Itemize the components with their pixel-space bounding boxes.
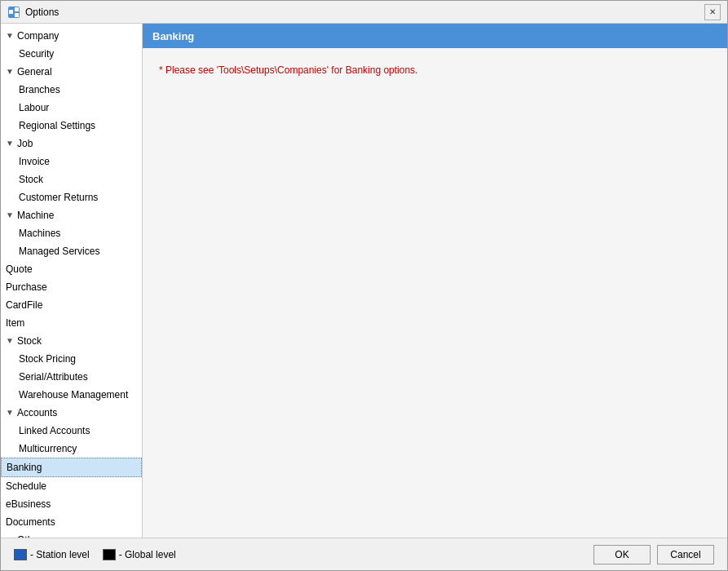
sidebar-label-cardfile: CardFile xyxy=(6,298,42,312)
sidebar-label-branches: Branches xyxy=(19,82,60,97)
sidebar-label-stock-pricing: Stock Pricing xyxy=(19,352,76,366)
global-level-legend: - Global level xyxy=(103,549,176,560)
options-window: Options ✕ ▼CompanySecurity▼GeneralBranch… xyxy=(0,0,728,571)
sidebar-label-stock-parent: Stock xyxy=(17,334,42,348)
sidebar-label-item: Item xyxy=(6,316,24,330)
sidebar-item-linked-accounts[interactable]: Linked Accounts xyxy=(1,422,142,440)
sidebar-item-cardfile[interactable]: CardFile xyxy=(1,296,142,314)
app-icon xyxy=(7,6,20,19)
sidebar-item-multicurrency[interactable]: Multicurrency xyxy=(1,440,142,458)
sidebar-label-ebusiness: eBusiness xyxy=(6,497,51,511)
sidebar-label-labour: Labour xyxy=(19,100,49,115)
close-button[interactable]: ✕ xyxy=(704,4,721,20)
expand-icon-accounts: ▼ xyxy=(6,405,17,420)
footer-buttons: OK Cancel xyxy=(593,545,714,564)
sidebar-item-item[interactable]: Item xyxy=(1,314,142,332)
sidebar-label-regional-settings: Regional Settings xyxy=(19,118,95,133)
sidebar-item-warehouse-management[interactable]: Warehouse Management xyxy=(1,386,142,404)
cancel-button[interactable]: Cancel xyxy=(657,545,714,564)
sidebar-label-linked-accounts: Linked Accounts xyxy=(19,423,90,438)
sidebar: ▼CompanySecurity▼GeneralBranchesLabourRe… xyxy=(1,24,143,538)
sidebar-label-schedule: Schedule xyxy=(6,479,46,494)
sidebar-item-job[interactable]: ▼Job xyxy=(1,135,142,153)
sidebar-item-company[interactable]: ▼Company xyxy=(1,27,142,45)
window-title: Options xyxy=(25,7,59,18)
sidebar-label-documents: Documents xyxy=(6,515,55,529)
sidebar-item-purchase[interactable]: Purchase xyxy=(1,278,142,296)
banking-info-text: * Please see 'Tools\Setups\Companies' fo… xyxy=(159,64,711,76)
sidebar-label-purchase: Purchase xyxy=(6,280,47,294)
expand-icon-company: ▼ xyxy=(6,29,17,43)
title-bar: Options ✕ xyxy=(1,1,727,24)
sidebar-item-invoice[interactable]: Invoice xyxy=(1,153,142,170)
sidebar-item-regional-settings[interactable]: Regional Settings xyxy=(1,117,142,135)
global-level-box xyxy=(103,549,116,560)
sidebar-item-stock[interactable]: Stock xyxy=(1,170,142,188)
panel-content: * Please see 'Tools\Setups\Companies' fo… xyxy=(143,48,727,538)
sidebar-item-quote[interactable]: Quote xyxy=(1,260,142,278)
sidebar-item-stock-parent[interactable]: ▼Stock xyxy=(1,332,142,350)
sidebar-item-branches[interactable]: Branches xyxy=(1,81,142,99)
sidebar-item-machines[interactable]: Machines xyxy=(1,224,142,242)
sidebar-item-managed-services[interactable]: Managed Services xyxy=(1,242,142,260)
window-controls: ✕ xyxy=(704,4,721,20)
sidebar-label-security: Security xyxy=(19,46,54,61)
sidebar-label-stock: Stock xyxy=(19,172,43,187)
sidebar-label-customer-returns: Customer Returns xyxy=(19,190,98,205)
sidebar-label-multicurrency: Multicurrency xyxy=(19,441,77,456)
sidebar-label-accounts: Accounts xyxy=(17,405,57,420)
expand-icon-machine: ▼ xyxy=(6,208,17,223)
sidebar-item-stock-pricing[interactable]: Stock Pricing xyxy=(1,350,142,368)
expand-icon-stock-parent: ▼ xyxy=(6,334,17,348)
content-area: ▼CompanySecurity▼GeneralBranchesLabourRe… xyxy=(1,24,727,538)
sidebar-item-banking[interactable]: Banking xyxy=(1,458,142,477)
expand-icon-job: ▼ xyxy=(6,136,17,151)
station-level-legend: - Station level xyxy=(14,549,90,560)
sidebar-label-serial-attributes: Serial/Attributes xyxy=(19,370,88,384)
station-level-box xyxy=(14,549,27,560)
sidebar-label-machines: Machines xyxy=(19,226,60,241)
sidebar-label-managed-services: Managed Services xyxy=(19,244,99,259)
sidebar-label-warehouse-management: Warehouse Management xyxy=(19,387,128,402)
global-level-label: - Global level xyxy=(119,549,176,560)
sidebar-item-documents[interactable]: Documents xyxy=(1,513,142,531)
sidebar-label-general: General xyxy=(17,64,52,79)
station-level-label: - Station level xyxy=(30,549,90,560)
svg-rect-3 xyxy=(15,13,19,17)
sidebar-label-invoice: Invoice xyxy=(19,154,50,169)
sidebar-item-security[interactable]: Security xyxy=(1,45,142,63)
panel-header: Banking xyxy=(143,24,727,48)
sidebar-label-machine: Machine xyxy=(17,208,54,223)
sidebar-label-company: Company xyxy=(17,29,59,43)
sidebar-label-banking: Banking xyxy=(7,460,42,475)
sidebar-item-labour[interactable]: Labour xyxy=(1,99,142,117)
svg-rect-1 xyxy=(9,10,13,14)
footer: - Station level - Global level OK Cancel xyxy=(1,538,727,570)
expand-icon-general: ▼ xyxy=(6,64,17,79)
sidebar-item-other[interactable]: ▼Other xyxy=(1,531,142,538)
sidebar-item-general[interactable]: ▼General xyxy=(1,63,142,81)
sidebar-label-job: Job xyxy=(17,136,33,151)
sidebar-item-customer-returns[interactable]: Customer Returns xyxy=(1,188,142,206)
title-bar-left: Options xyxy=(7,6,59,19)
sidebar-item-serial-attributes[interactable]: Serial/Attributes xyxy=(1,368,142,386)
sidebar-item-schedule[interactable]: Schedule xyxy=(1,477,142,495)
sidebar-item-ebusiness[interactable]: eBusiness xyxy=(1,495,142,513)
sidebar-item-machine[interactable]: ▼Machine xyxy=(1,206,142,224)
sidebar-item-accounts[interactable]: ▼Accounts xyxy=(1,404,142,422)
svg-rect-2 xyxy=(15,7,19,11)
main-panel: Banking * Please see 'Tools\Setups\Compa… xyxy=(143,24,727,538)
ok-button[interactable]: OK xyxy=(593,545,651,564)
sidebar-label-quote: Quote xyxy=(6,262,33,277)
